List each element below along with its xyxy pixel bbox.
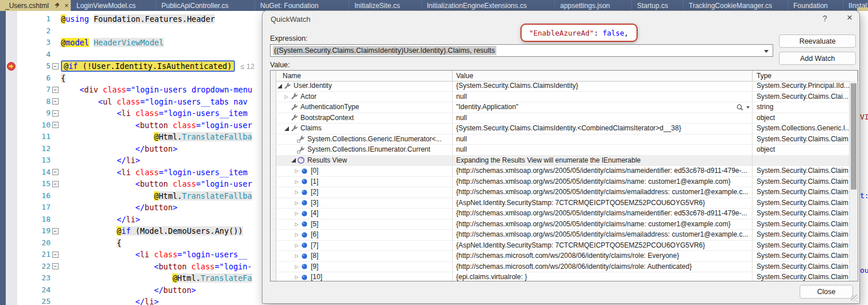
grid-scrollbar[interactable] — [849, 81, 858, 281]
value-cell: {System.Security.Claims.ClaimsIdentity} — [453, 81, 753, 91]
value-cell: {System.Security.Claims.ClaimsIdentity.<… — [453, 123, 753, 134]
tab-nuget-foundation[interactable]: NuGet: Foundation — [255, 0, 349, 11]
expander-collapsed-icon[interactable]: ▷ — [295, 251, 298, 261]
expression-combobox[interactable]: ((System.Security.Claims.ClaimsIdentity)… — [270, 44, 773, 57]
tab-publicapicontroller-cs[interactable]: PublicApiController.cs — [156, 0, 255, 11]
grid-row-claims[interactable]: Claims{System.Security.Claims.ClaimsIden… — [271, 123, 850, 134]
name-cell: System.Collections.IEnumerator.Current — [276, 145, 453, 155]
column-header-value[interactable]: Value — [453, 71, 753, 81]
fold-collapse-icon[interactable]: − — [52, 263, 59, 269]
expander-collapsed-icon[interactable]: ▷ — [295, 272, 298, 281]
fold-gutter — [51, 13, 60, 25]
tab-appsettings-json[interactable]: appsettings.json — [555, 0, 632, 11]
grid-row-10[interactable]: ▷[10]{epi.claims.virtualrole: }System.Se… — [271, 272, 850, 281]
expander-collapsed-icon[interactable]: ▷ — [295, 187, 298, 198]
tab-foundation[interactable]: Foundation — [788, 0, 843, 11]
type-cell: System.Security.Claims.Clai... — [753, 92, 850, 102]
fold-collapse-icon[interactable]: − — [52, 87, 59, 93]
pin-icon[interactable] — [54, 2, 60, 9]
column-header-type[interactable]: Type — [753, 71, 858, 81]
add-watch-button[interactable]: Add Watch — [779, 52, 856, 65]
grid-row-system-collections-generic-ienumerator[interactable]: System.Collections.Generic.IEnumerator<.… — [271, 134, 850, 145]
expander-expanded-icon[interactable] — [291, 158, 296, 163]
help-icon[interactable]: ? — [820, 14, 830, 23]
chevron-down-icon[interactable] — [764, 50, 769, 53]
expander-collapsed-icon[interactable]: ▷ — [295, 166, 298, 176]
value-text: {http://schemas.microsoft.com/ws/2008/06… — [456, 251, 752, 261]
fold-gutter: − — [51, 84, 60, 96]
tab-label: InitializeSite.cs — [354, 2, 400, 10]
fold-collapse-icon[interactable]: − — [52, 252, 59, 258]
grid-row-results-view[interactable]: Results ViewExpanding the Results View w… — [271, 156, 850, 167]
fold-collapse-icon[interactable]: − — [52, 110, 59, 117]
name-cell: ▷[4] — [276, 209, 453, 219]
member-name: [9] — [309, 262, 318, 272]
column-header-name[interactable]: Name — [276, 71, 453, 81]
fold-gutter — [51, 237, 60, 249]
tab-users-cshtml[interactable]: _Users.cshtml× — [0, 0, 71, 11]
expander-collapsed-icon[interactable]: ▷ — [284, 92, 288, 102]
tab-startup-cs[interactable]: Startup.cs — [632, 0, 684, 11]
tab-initializationengineextensions-cs[interactable]: InitializationEngineExtensions.cs — [422, 0, 555, 11]
tab-close-icon[interactable]: × — [64, 2, 69, 9]
tab-loginviewmodel-cs[interactable]: LoginViewModel.cs — [71, 0, 156, 11]
grid-row-bootstrapcontext[interactable]: BootstrapContextnullobject — [271, 113, 850, 124]
grid-row-5[interactable]: ▷[5]{http://schemas.xmlsoap.org/ws/2005/… — [271, 219, 850, 230]
reevaluate-button[interactable]: Reevaluate — [779, 34, 856, 48]
fold-collapse-icon[interactable]: − — [52, 63, 59, 70]
annotation-segment: "EnableAzureAd" — [529, 29, 594, 37]
grid-row-1[interactable]: ▷[1]{http://schemas.xmlsoap.org/ws/2005/… — [271, 177, 850, 188]
expander-collapsed-icon[interactable]: ▷ — [295, 230, 298, 240]
grid-row-3[interactable]: ▷[3]{AspNet.Identity.SecurityStamp: 7CTC… — [271, 198, 850, 209]
resize-grip[interactable] — [851, 295, 858, 302]
fold-collapse-icon[interactable]: − — [52, 228, 59, 234]
grid-row-2[interactable]: ▷[2]{http://schemas.xmlsoap.org/ws/2005/… — [271, 187, 850, 198]
grid-row-7[interactable]: ▷[7]{AspNet.Identity.SecurityStamp: 7CTC… — [271, 241, 850, 252]
row-gutter — [271, 187, 276, 198]
grid-row-6[interactable]: ▷[6]{http://schemas.xmlsoap.org/ws/2005/… — [271, 230, 850, 241]
value-text: {http://schemas.xmlsoap.org/ws/2005/05/i… — [456, 209, 752, 219]
close-button[interactable]: Close — [800, 285, 853, 299]
row-gutter — [271, 272, 276, 281]
expander-collapsed-icon[interactable]: ▷ — [295, 209, 298, 219]
grid-row-user-identity[interactable]: User.Identity{System.Security.Claims.Cla… — [271, 81, 850, 92]
grid-row-8[interactable]: ▷[8]{http://schemas.microsoft.com/ws/200… — [271, 251, 850, 262]
grid-row-9[interactable]: ▷[9]{http://schemas.microsoft.com/ws/200… — [271, 262, 850, 273]
expander-expanded-icon[interactable] — [277, 84, 282, 88]
expander-expanded-icon[interactable] — [284, 126, 289, 131]
grid-row-0[interactable]: ▷[0]{http://schemas.xmlsoap.org/ws/2005/… — [271, 166, 850, 177]
fold-collapse-icon[interactable]: − — [52, 98, 59, 105]
fold-collapse-icon[interactable]: − — [52, 122, 59, 128]
fold-collapse-icon[interactable]: − — [52, 169, 59, 175]
fold-gutter — [51, 49, 60, 61]
expander-collapsed-icon[interactable]: ▷ — [295, 198, 298, 209]
close-icon[interactable]: × — [844, 12, 855, 24]
grid-row-system-collections-ienumerator-current[interactable]: System.Collections.IEnumerator.Currentnu… — [271, 145, 850, 156]
expander-collapsed-icon[interactable]: ▷ — [295, 177, 298, 187]
line-number: 18 — [0, 214, 51, 226]
tab-initializesite-cs[interactable]: InitializeSite.cs — [349, 0, 422, 11]
fold-gutter: − — [51, 167, 60, 179]
tab-trackingcookiemanager-cs[interactable]: TrackingCookieManager.cs — [684, 0, 788, 11]
fold-collapse-icon[interactable]: − — [52, 181, 59, 187]
grid-row-actor[interactable]: ▷ActornullSystem.Security.Claims.Clai... — [271, 92, 850, 103]
expander-collapsed-icon[interactable]: ▷ — [295, 262, 298, 272]
value-cell: {http://schemas.microsoft.com/ws/2008/06… — [453, 262, 753, 272]
member-name: [7] — [309, 241, 318, 251]
value-text: null — [456, 145, 752, 155]
value-text: {http://schemas.xmlsoap.org/ws/2005/05/i… — [456, 230, 752, 240]
grid-row-4[interactable]: ▷[4]{http://schemas.xmlsoap.org/ws/2005/… — [271, 209, 850, 219]
expander-collapsed-icon[interactable]: ▷ — [295, 219, 298, 230]
code-editor[interactable]: 1@using Foundation.Features.Header23@mod… — [0, 11, 262, 305]
row-gutter — [271, 241, 276, 251]
fold-gutter — [51, 214, 60, 226]
expander-collapsed-icon[interactable]: ▷ — [295, 241, 298, 251]
scrollbar-thumb[interactable] — [851, 83, 857, 190]
grid-row-authenticationtype[interactable]: AuthenticationType"Identity.Application"… — [271, 102, 850, 113]
value-text: {epi.claims.virtualrole: } — [456, 272, 752, 281]
annotation-segment: false — [603, 29, 624, 37]
item-icon — [300, 199, 308, 207]
member-name: [10] — [309, 272, 322, 281]
text-visualizer-dropdown[interactable] — [732, 104, 752, 111]
code-line-22: 22−<button class="login- — [0, 261, 262, 273]
